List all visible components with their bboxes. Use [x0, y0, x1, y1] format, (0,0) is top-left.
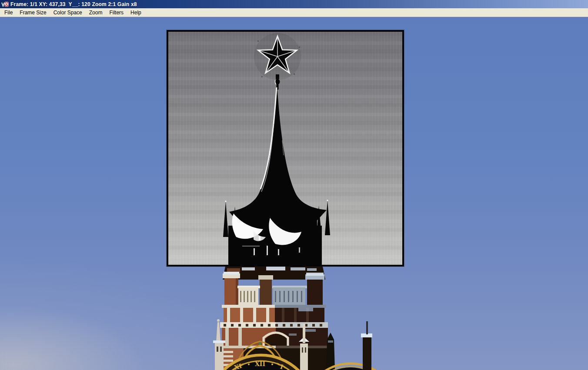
menu-item-zoom[interactable]: Zoom: [86, 9, 106, 17]
menu-item-color-space[interactable]: Color Space: [50, 9, 86, 17]
menu-item-help[interactable]: Help: [127, 9, 145, 17]
window-title: Frame: 1/1 XY: 437,33 Y__: 120 Zoom 2:1 …: [10, 1, 137, 7]
menu-item-filters[interactable]: Filters: [106, 9, 127, 17]
app-logo-icon: [1, 1, 9, 7]
window-titlebar[interactable]: Frame: 1/1 XY: 437,33 Y__: 120 Zoom 2:1 …: [0, 0, 588, 8]
menu-item-frame-size[interactable]: Frame Size: [16, 9, 50, 17]
menu-item-file[interactable]: File: [1, 9, 16, 17]
spire-luma-art: [168, 32, 402, 265]
clock-numeral-xii: XII: [255, 360, 265, 367]
zoom-region-overlay[interactable]: [167, 30, 404, 267]
image-viewport[interactable]: XI XII I: [0, 17, 588, 370]
menubar: File Frame Size Color Space Zoom Filters…: [0, 8, 588, 17]
